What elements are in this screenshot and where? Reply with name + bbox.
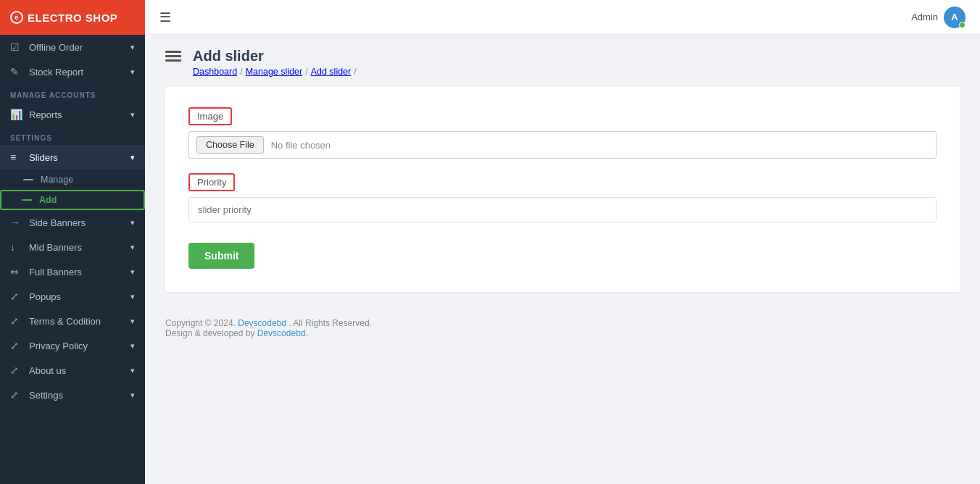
footer: Copyright © 2024. Devscodebd . All Right… (145, 306, 980, 347)
sidebar-item-privacy[interactable]: ⤢ Privacy Policy ▾ (0, 333, 145, 358)
offline-order-icon: ☑ (10, 41, 23, 53)
breadcrumb-sep: / (305, 67, 307, 77)
footer-rights: . All Rights Reserved. (288, 318, 372, 328)
sidebar-item-label: Privacy Policy (29, 341, 88, 351)
breadcrumb-sep: / (354, 67, 356, 77)
sidebar-item-label: Mid Banners (29, 242, 82, 253)
sidebar-item-settings[interactable]: ⤢ Settings ▾ (0, 383, 145, 407)
topbar-right: Admin A (911, 7, 966, 28)
dash-icon (22, 199, 32, 201)
footer-brand-link[interactable]: Devscodebd (238, 318, 286, 328)
priority-input[interactable] (188, 197, 937, 222)
chevron-down-icon: ▾ (130, 267, 135, 277)
page-header-icon (165, 48, 181, 62)
sidebar: e ELECTRO SHOP ☑ Offline Order ▾ ✎ Stock… (0, 0, 145, 484)
sidebar-item-label: About us (29, 365, 66, 376)
sidebar-item-label: Offline Order (29, 42, 83, 53)
sidebar-subitem-manage[interactable]: Manage (0, 170, 145, 190)
settings-icon: ⤢ (10, 389, 23, 401)
page-header-text: Add slider Dashboard / Manage slider / A… (193, 48, 357, 77)
chevron-down-icon: ▾ (130, 43, 135, 52)
section-label-manage-accounts: MANAGE ACCOUNTS (0, 84, 145, 102)
chevron-down-icon: ▾ (130, 366, 135, 375)
form-card: Image Choose File No file chosen Priorit… (165, 87, 960, 292)
chevron-down-icon: ▾ (130, 218, 135, 228)
logo-text: ELECTRO SHOP (28, 12, 117, 24)
breadcrumb: Dashboard / Manage slider / Add slider / (193, 67, 357, 77)
avatar: A (944, 7, 966, 28)
full-banners-icon: ⇔ (10, 266, 23, 278)
no-file-text: No file chosen (271, 140, 331, 151)
breadcrumb-sep: / (240, 67, 242, 77)
logo-icon: e (10, 11, 23, 24)
hamburger-line (165, 59, 181, 62)
sidebar-subitem-label: Add (39, 195, 57, 205)
hamburger-icon[interactable]: ☰ (159, 9, 171, 25)
sidebar-item-terms[interactable]: ⤢ Terms & Codition ▾ (0, 309, 145, 333)
submit-button[interactable]: Submit (188, 243, 254, 269)
page-title: Add slider (193, 48, 357, 64)
sidebar-item-label: Stock Report (29, 67, 83, 78)
footer-copyright: Copyright © 2024. (165, 318, 236, 328)
footer-design-text: Design & developed by (165, 328, 254, 338)
sidebar-item-label: Popups (29, 291, 61, 302)
chevron-down-icon: ▾ (130, 317, 135, 326)
chevron-down-icon: ▾ (130, 341, 135, 351)
sidebar-item-label: Side Banners (29, 217, 86, 228)
logo[interactable]: e ELECTRO SHOP (0, 0, 145, 35)
priority-form-group: Priority (188, 173, 937, 222)
privacy-icon: ⤢ (10, 340, 23, 351)
sidebar-item-full-banners[interactable]: ⇔ Full Banners ▾ (0, 259, 145, 284)
sidebar-item-popups[interactable]: ⤢ Popups ▾ (0, 284, 145, 309)
sidebar-item-offline-order[interactable]: ☑ Offline Order ▾ (0, 35, 145, 59)
chevron-down-icon: ▾ (130, 292, 135, 301)
popups-icon: ⤢ (10, 291, 23, 302)
breadcrumb-manage-slider[interactable]: Manage slider (246, 67, 303, 77)
about-icon: ⤢ (10, 364, 23, 376)
sidebar-item-reports[interactable]: 📊 Reports ▾ (0, 102, 145, 127)
chevron-down-icon: ▾ (130, 391, 135, 400)
sidebar-subitem-label: Manage (41, 175, 73, 185)
breadcrumb-dashboard[interactable]: Dashboard (193, 67, 237, 77)
section-label-settings: SETTINGS (0, 127, 145, 145)
reports-icon: 📊 (10, 109, 23, 120)
side-banners-icon: → (10, 217, 23, 228)
breadcrumb-add-slider[interactable]: Add slider (311, 67, 352, 77)
chevron-down-icon: ▾ (130, 110, 135, 120)
image-form-group: Image Choose File No file chosen (188, 107, 937, 159)
page-header: Add slider Dashboard / Manage slider / A… (145, 35, 980, 87)
sidebar-item-side-banners[interactable]: → Side Banners ▾ (0, 210, 145, 235)
sidebar-item-label: Sliders (29, 152, 58, 163)
footer-design-brand-link[interactable]: Devscodebd. (257, 328, 308, 338)
sidebar-subitem-add[interactable]: Add (0, 190, 145, 210)
content-area: Add slider Dashboard / Manage slider / A… (145, 35, 980, 484)
sidebar-item-about[interactable]: ⤢ About us ▾ (0, 358, 145, 383)
chevron-down-icon: ▾ (130, 67, 135, 77)
sidebar-item-stock-report[interactable]: ✎ Stock Report ▾ (0, 59, 145, 84)
priority-label: Priority (188, 173, 235, 191)
topbar: ☰ Admin A (145, 0, 980, 35)
choose-file-button[interactable]: Choose File (196, 136, 264, 154)
mid-banners-icon: ↓ (10, 241, 23, 253)
image-label: Image (188, 107, 232, 125)
sliders-icon: ≡ (10, 151, 23, 163)
sidebar-item-label: Settings (29, 390, 63, 401)
hamburger-line (165, 55, 181, 57)
main-area: ☰ Admin A Add slider Dashboard / (145, 0, 980, 484)
sidebar-item-label: Reports (29, 109, 62, 120)
stock-report-icon: ✎ (10, 66, 23, 78)
file-input-wrapper: Choose File No file chosen (188, 131, 937, 159)
terms-icon: ⤢ (10, 315, 23, 327)
dash-icon (23, 179, 33, 180)
hamburger-line (165, 51, 181, 53)
chevron-down-icon: ▾ (130, 153, 135, 162)
sidebar-item-label: Terms & Codition (29, 316, 101, 327)
sidebar-item-mid-banners[interactable]: ↓ Mid Banners ▾ (0, 235, 145, 259)
avatar-status-dot (959, 22, 966, 28)
admin-label: Admin (911, 12, 938, 22)
chevron-down-icon: ▾ (130, 243, 135, 252)
sidebar-item-label: Full Banners (29, 267, 82, 278)
sidebar-item-sliders[interactable]: ≡ Sliders ▾ (0, 145, 145, 170)
